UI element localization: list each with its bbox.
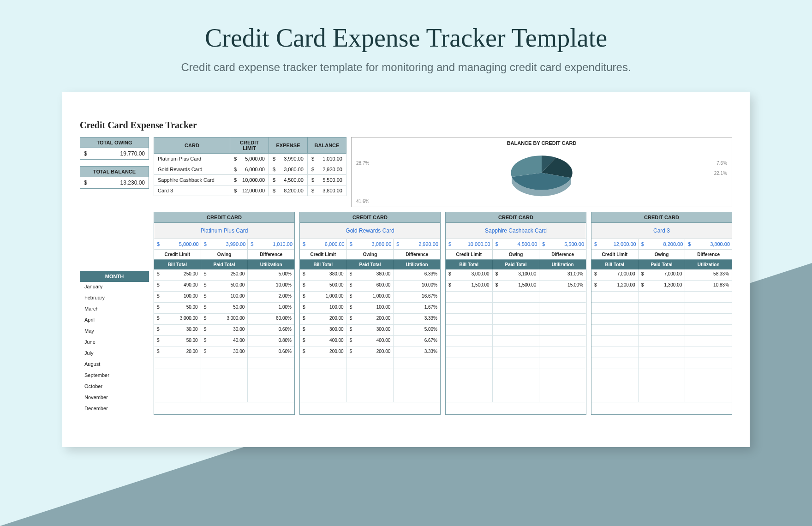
month-cell: October (80, 382, 149, 393)
month-cell: March (80, 304, 149, 315)
chart-title: BALANCE BY CREDIT CARD (352, 137, 732, 149)
summary-header-limit: CREDIT LIMIT (230, 137, 269, 154)
pie-pct-3: 28.7% (356, 161, 369, 166)
total-owing-label: TOTAL OWING (80, 137, 149, 148)
card-column: CREDIT CARD Platinum Plus Card 5,000.003… (154, 212, 295, 415)
month-cell: September (80, 371, 149, 382)
month-cell: June (80, 337, 149, 348)
table-row: Platinum Plus Card5,000.003,990.001,010.… (154, 154, 346, 164)
pie-pct-0: 7.6% (716, 161, 727, 166)
card-column: CREDIT CARD Sapphire Cashback Card 10,00… (445, 212, 586, 415)
page-subtitle: Credit card expense tracker template for… (0, 61, 812, 74)
pie-pct-1: 22.1% (714, 171, 727, 176)
card-column: CREDIT CARD Card 3 12,000.008,200.003,80… (591, 212, 732, 415)
month-cell: April (80, 315, 149, 326)
total-owing-value: $19,770.00 (80, 148, 149, 159)
summary-header-card: CARD (154, 137, 230, 154)
summary-header-balance: BALANCE (308, 137, 346, 154)
balance-chart: BALANCE BY CREDIT CARD 7.6% 22.1% 41.6% … (351, 137, 732, 207)
month-cell: November (80, 393, 149, 404)
month-cell: August (80, 359, 149, 371)
card-header: CREDIT CARD (154, 212, 294, 223)
card-header: CREDIT CARD (446, 212, 586, 223)
month-cell: December (80, 404, 149, 415)
month-header: MONTH (80, 271, 149, 282)
card-name: Card 3 (591, 223, 732, 239)
table-row: Sapphire Cashback Card10,000.004,500.005… (154, 175, 346, 185)
pie-chart (505, 148, 579, 200)
card-header: CREDIT CARD (591, 212, 732, 223)
spreadsheet-preview: Credit Card Expense Tracker TOTAL OWING … (62, 92, 750, 447)
sheet-title: Credit Card Expense Tracker (80, 120, 732, 131)
card-header: CREDIT CARD (300, 212, 440, 223)
totals-column: TOTAL OWING $19,770.00 TOTAL BALANCE $13… (80, 137, 149, 195)
month-cell: February (80, 293, 149, 304)
table-row: Gold Rewards Card6,000.003,080.002,920.0… (154, 164, 346, 175)
summary-header-expense: EXPENSE (269, 137, 308, 154)
total-balance-label: TOTAL BALANCE (80, 167, 149, 177)
month-cell: May (80, 326, 149, 337)
card-name: Sapphire Cashback Card (446, 223, 586, 239)
month-column: MONTH JanuaryFebruaryMarchAprilMayJuneJu… (80, 271, 149, 415)
summary-table: CARD CREDIT LIMIT EXPENSE BALANCE Platin… (154, 137, 346, 196)
card-column: CREDIT CARD Gold Rewards Card 6,000.003,… (299, 212, 441, 415)
card-name: Platinum Plus Card (154, 223, 294, 239)
month-cell: July (80, 348, 149, 359)
month-cell: January (80, 282, 149, 293)
card-name: Gold Rewards Card (300, 223, 440, 239)
pie-pct-2: 41.6% (356, 199, 369, 204)
page-title: Credit Card Expense Tracker Template (0, 23, 812, 53)
table-row: Card 312,000.008,200.003,800.00 (154, 185, 346, 196)
total-balance-value: $13,230.00 (80, 177, 149, 188)
